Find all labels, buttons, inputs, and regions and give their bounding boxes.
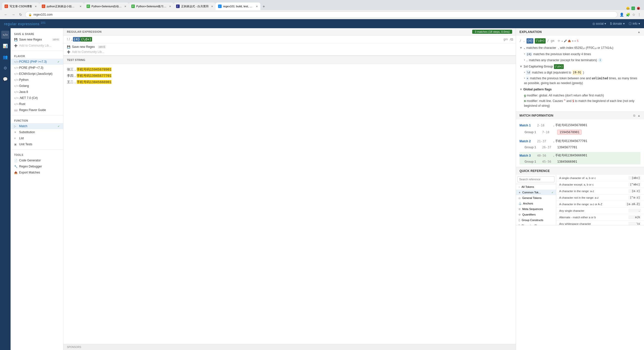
bookmark-icon[interactable]: ☆ bbox=[632, 13, 635, 17]
match-info-collapse-btn[interactable]: ▲ bbox=[637, 114, 640, 117]
match-info-title: MATCH INFORMATION bbox=[519, 114, 633, 117]
function-unit-tests[interactable]: ▣ Unit Tests bbox=[11, 141, 63, 147]
settings-icon-btn[interactable]: ⚙ bbox=[1, 64, 9, 72]
qr-classes-icon: [] bbox=[518, 224, 520, 225]
info-link[interactable]: ⓘ info ▾ bbox=[629, 22, 640, 26]
match-2-label: Match 2 bbox=[519, 139, 537, 143]
tab-close-2[interactable]: ✕ bbox=[79, 5, 82, 8]
exp-d-line: • \d matches a digit (equivalent to [0-9… bbox=[519, 70, 640, 75]
test-line-3: 王二，手机号码13845666901 bbox=[67, 80, 512, 85]
qr-cat-all-tokens[interactable]: ○ All Tokens bbox=[516, 184, 556, 190]
back-button[interactable]: ← bbox=[3, 12, 9, 18]
profile-icon[interactable]: 👤 bbox=[620, 13, 624, 17]
tab-close-4[interactable]: ✕ bbox=[169, 5, 171, 8]
function-list[interactable]: ≡ List bbox=[11, 135, 63, 141]
social-link[interactable]: ◎ social ▾ bbox=[592, 22, 606, 25]
community-icon-btn[interactable]: 👥 bbox=[1, 53, 9, 61]
tool-code-generator[interactable]: 📄 Code Generator bbox=[11, 157, 63, 163]
flavor-pcre2[interactable]: </> PCRE2 (PHP >=7.3) ✓ bbox=[11, 59, 63, 65]
flavor-ecma[interactable]: </> ECMAScript (JavaScript) bbox=[11, 71, 63, 77]
tab-close-1[interactable]: ✕ bbox=[35, 5, 37, 8]
extensions-icon[interactable]: 🧩 bbox=[626, 13, 630, 17]
tool-regex-debugger[interactable]: 🔧 Regex Debugger bbox=[11, 163, 63, 169]
qr-cat-meta[interactable]: ⚙ Meta Sequences bbox=[516, 206, 556, 212]
flavor-guide[interactable]: 📖 Regex Flavor Guide bbox=[11, 107, 63, 113]
url-text: regex101.com bbox=[33, 13, 53, 16]
exp-anychar-text: matches any character (except for line t… bbox=[529, 58, 597, 63]
info-icon: ⓘ bbox=[629, 22, 632, 26]
tab-close-3[interactable]: ✕ bbox=[124, 5, 126, 8]
tab-4[interactable]: P Python+Selenium练习篇之1- ✕ bbox=[129, 3, 174, 10]
close-button[interactable]: ✕ bbox=[637, 7, 640, 10]
menu-icon[interactable]: ⋮ bbox=[637, 13, 641, 17]
tab-title-3: Python+Selenium自动化测试... bbox=[92, 5, 122, 8]
qr-row-6[interactable]: Any single character . bbox=[556, 207, 644, 214]
qr-token-8: \s bbox=[628, 222, 641, 225]
code-icon-btn[interactable]: </> bbox=[1, 31, 9, 39]
url-bar[interactable]: 🔒 regex101.com bbox=[25, 11, 618, 18]
forward-button[interactable]: → bbox=[11, 12, 16, 18]
tool-export-matches[interactable]: 📤 Export Matches bbox=[11, 169, 63, 176]
qr-row-8[interactable]: Any whitespace character \s bbox=[556, 221, 644, 225]
quick-ref-header[interactable]: QUICK REFERENCE bbox=[516, 167, 644, 175]
qr-cat-anchors[interactable]: ⚓ Anchors bbox=[516, 201, 556, 206]
chart-icon-btn[interactable]: 📊 bbox=[1, 42, 9, 50]
tab-close-5[interactable]: ✕ bbox=[211, 5, 213, 8]
qr-row-2[interactable]: A character except: a, b or c [^abc] bbox=[556, 181, 644, 188]
tab-6[interactable]: r regex101: build, test, and de... ✕ bbox=[216, 3, 260, 10]
qr-token-3: [a-z] bbox=[628, 189, 641, 193]
exp-flags-title: Global pattern flags bbox=[523, 88, 552, 91]
qr-common-check: ✓ bbox=[551, 191, 553, 194]
qr-row-3[interactable]: A character in the range: a-z [a-z] bbox=[556, 188, 644, 194]
exp-delimiter: / . bbox=[519, 39, 525, 43]
maximize-button[interactable]: □ bbox=[631, 7, 635, 10]
new-tab-button[interactable]: + bbox=[260, 3, 267, 10]
match-2-group-1-value: 13945677701 bbox=[557, 146, 577, 149]
qr-cat-groups[interactable]: () Group Constructs bbox=[516, 217, 556, 223]
qr-cat-classes[interactable]: [] Character Classes bbox=[516, 223, 556, 225]
copy-regex-button[interactable]: ⧉ bbox=[511, 37, 513, 42]
tab-2[interactable]: C python正则表达小括号- CSDN ✕ bbox=[39, 3, 84, 10]
function-match[interactable]: ▷ Match ✓ bbox=[11, 123, 63, 129]
qr-search-input[interactable] bbox=[517, 176, 554, 182]
chat-icon-btn[interactable]: 💬 bbox=[1, 75, 9, 83]
flavor-rust[interactable]: </> Rust bbox=[11, 101, 63, 107]
flavor-java[interactable]: </> Java 8 bbox=[11, 89, 63, 95]
tab-3[interactable]: P Python+Selenium自动化测试... ✕ bbox=[84, 3, 129, 10]
qr-common-icon: ★ bbox=[518, 191, 521, 194]
code-dotnet-icon: </> bbox=[14, 97, 18, 99]
tab-5[interactable]: 正 正则表达式 - 白月黑羽 ✕ bbox=[174, 3, 216, 10]
qr-cat-general[interactable]: ◎ General Tokens bbox=[516, 195, 556, 201]
qr-cat-quant[interactable]: ⚙ Quantifiers bbox=[516, 212, 556, 217]
tab-1[interactable]: C 写文章-CSDN博客 ✕ bbox=[2, 3, 39, 10]
test-content[interactable]: 张三，手机号码15945678901 李四，手机号码13945677701 王二… bbox=[63, 64, 516, 344]
qr-row-1[interactable]: A single character of: a, b or c [abc] bbox=[556, 175, 644, 181]
match-3-label: Match 3 bbox=[519, 154, 537, 157]
match-info-header[interactable]: MATCH INFORMATION ⧉ ▲ bbox=[516, 112, 644, 119]
flavor-pcre[interactable]: </> PCRE (PHP <7.3) bbox=[11, 65, 63, 71]
minimize-button[interactable]: — bbox=[626, 7, 629, 10]
explanation-collapse-btn[interactable]: ▲ bbox=[637, 30, 640, 34]
qr-row-5[interactable]: A character in the range: a-z or A-Z [a-… bbox=[556, 201, 644, 207]
flavor-golang[interactable]: </> Golang bbox=[11, 83, 63, 89]
copy-match-button[interactable]: ⧉ bbox=[633, 114, 635, 117]
explanation-content: / . {4} (\d+) / gm 中 ★ 🎤 📤 ⊞ ⚙ S bbox=[516, 36, 644, 112]
explanation-header[interactable]: EXPLANATION ▲ bbox=[516, 28, 644, 36]
tab-favicon-1: C bbox=[5, 5, 8, 8]
tab-close-6[interactable]: ✕ bbox=[256, 5, 258, 8]
regex-content[interactable]: . {4} (\d+) bbox=[71, 37, 502, 42]
reload-button[interactable]: ↻ bbox=[18, 12, 23, 18]
qr-cat-common[interactable]: ★ Common Tok... ✓ bbox=[516, 190, 556, 195]
flavor-python[interactable]: </> Python bbox=[11, 77, 63, 83]
match-2-row: Match 2 21-37 ，手机号码13945677701 bbox=[519, 138, 640, 145]
qr-row-4[interactable]: A character not in the range: a-z [^a-z] bbox=[556, 194, 644, 201]
donate-link[interactable]: $ donate ▾ bbox=[610, 22, 624, 25]
qr-row-7[interactable]: Alternate - match either a or b a|b bbox=[556, 214, 644, 221]
save-new-regex-btn[interactable]: 💾 Save new Regex ctrl+5 bbox=[67, 44, 512, 49]
function-substitution[interactable]: ✕ Substitution bbox=[11, 129, 63, 135]
export-icon: 📤 bbox=[14, 171, 18, 174]
add-community-lib-button[interactable]: ➕ Add to Community Lib... bbox=[11, 43, 63, 49]
add-community-lib-btn[interactable]: ➕ Add to Community Lib... bbox=[67, 49, 512, 54]
save-new-regex-button[interactable]: 💾 Save new Regex ctrl+5 bbox=[11, 37, 63, 43]
flavor-dotnet[interactable]: </> .NET 7.0 (C#) bbox=[11, 95, 63, 101]
